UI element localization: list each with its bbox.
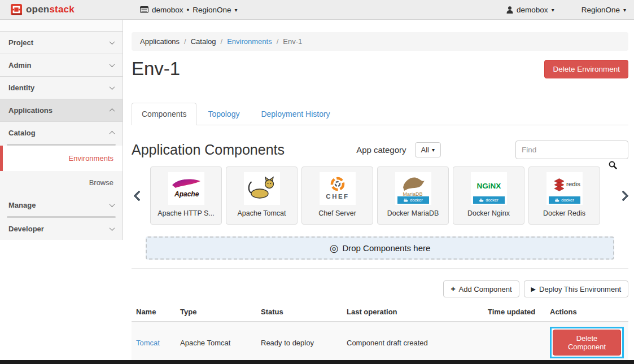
chevron-down-icon [110,62,115,67]
switcher-project-label: demobox [152,6,183,14]
drop-components-zone[interactable]: ◎ Drop Components here [146,236,614,260]
sidebar-item-label: Admin [8,61,31,69]
component-tile-label: Apache Tomcat [238,209,286,217]
caret-down-icon: ▾ [235,7,238,13]
sidebar-item-environments[interactable]: Environments [0,146,123,171]
caret-down-icon: ▾ [432,147,435,153]
table-header-row: Name Type Status Last operation Time upd… [132,302,628,322]
sidebar-item-manage[interactable]: Manage [0,194,123,216]
user-icon [506,6,513,14]
table-row: Tomcat Apache Tomcat Ready to deploy Com… [132,322,628,363]
topbar: openstack demobox • RegionOne ▾ demobox … [0,0,634,20]
component-tile-label: Docker Nginx [467,209,510,217]
docker-whale-icon [479,198,484,202]
chevron-down-icon [110,39,115,45]
carousel-next-button[interactable] [618,190,629,201]
breadcrumb: Applications / Catalog / Environments / … [132,32,628,51]
component-tile-docker-nginx[interactable]: NGiNX docker Docker Nginx [453,166,524,225]
sidebar-item-developer[interactable]: Developer [0,218,123,240]
docker-badge-label: docker [561,198,574,203]
chevron-up-icon [110,108,115,114]
deploy-environment-label: Deploy This Environment [539,285,621,293]
sidebar-item-catalog[interactable]: Catalog [0,122,123,144]
tomcat-logo-icon [244,172,280,205]
app-category-dropdown[interactable]: All ▾ [415,142,441,157]
application-components-heading: Application Components [132,142,285,158]
sidebar-item-project[interactable]: Project [0,32,123,54]
column-header-status: Status [256,302,342,322]
chevron-down-icon [110,84,115,90]
drop-target-icon: ◎ [330,242,339,255]
add-component-button[interactable]: + Add Component [443,280,519,297]
sidebar-item-identity[interactable]: Identity [0,77,123,99]
breadcrumb-separator: / [277,37,279,46]
breadcrumb-applications: Applications [140,37,180,46]
project-context-switcher[interactable]: demobox • RegionOne ▾ [140,6,238,14]
docker-whale-icon [554,198,560,202]
main-content: Applications / Catalog / Environments / … [123,20,634,364]
breadcrumb-current: Env-1 [283,37,302,46]
component-tile-chef-server[interactable]: CHEF Chef Server [301,166,373,225]
sidebar-item-label: Project [8,38,33,47]
sidebar: Project Admin Identity Applications Cata… [0,20,123,240]
component-tile-apache-tomcat[interactable]: Apache Tomcat [226,166,298,225]
delete-component-button[interactable]: Delete Component [553,330,621,356]
component-tile-label: Docker MariaDB [387,209,439,217]
sidebar-item-label: Manage [8,201,36,209]
play-icon: ▶ [531,286,536,293]
component-name-link[interactable]: Tomcat [136,339,160,347]
find-input[interactable] [515,141,628,159]
sidebar-item-browse[interactable]: Browse [0,171,123,194]
column-header-name: Name [132,302,176,322]
focus-highlight: Delete Component [550,327,624,358]
docker-whale-icon [403,198,409,202]
plus-icon: + [451,284,455,293]
svg-text:redis: redis [566,181,580,187]
section-divider [132,268,628,269]
sidebar-item-admin[interactable]: Admin [0,54,123,77]
component-tile-label: Apache HTTP S... [158,209,215,217]
sidebar-top-strip [0,20,123,32]
page-title: Env-1 [132,58,180,80]
component-tile-docker-redis[interactable]: redis docker Docker Redis [528,166,600,225]
column-header-last-operation: Last operation [342,302,483,322]
user-menu-label: demobox [517,6,548,14]
component-tile-docker-mariadb[interactable]: MariaDB docker Docker MariaDB [377,166,449,225]
docker-badge-label: docker [486,198,499,203]
sidebar-item-label: Applications [8,106,53,115]
delete-environment-button[interactable]: Delete Environment [544,60,628,78]
component-status-cell: Ready to deploy [256,322,342,363]
component-tiles: Apache Apache HTTP S... [150,166,612,225]
search-button[interactable] [609,161,617,171]
docker-badge: docker [549,196,580,204]
carousel-prev-button[interactable] [133,190,145,201]
tab-topology[interactable]: Topology [198,103,250,125]
switcher-separator: • [187,6,190,14]
component-tile-apache-httpd[interactable]: Apache Apache HTTP S... [150,166,222,225]
tab-bar: Components Topology Deployment History [132,103,628,125]
nginx-logo-icon: NGiNX docker [471,172,507,205]
components-table: Name Type Status Last operation Time upd… [132,302,628,363]
openstack-logo[interactable]: openstack [0,3,129,16]
sidebar-item-applications[interactable]: Applications [0,99,123,122]
tab-deployment-history[interactable]: Deployment History [251,103,340,125]
user-menu[interactable]: demobox ▾ [506,6,554,14]
deploy-environment-button[interactable]: ▶ Deploy This Environment [524,280,628,297]
tab-components[interactable]: Components [132,103,196,125]
svg-text:NGiNX: NGiNX [476,182,501,190]
bottom-bar [0,360,634,364]
component-type-cell: Apache Tomcat [176,322,256,363]
svg-text:MariaDB: MariaDB [403,191,422,196]
sidebar-item-label: Identity [8,84,34,92]
component-time-updated-cell [483,322,545,363]
redis-logo-icon: redis docker [546,172,583,205]
mariadb-logo-icon: MariaDB docker [395,172,431,205]
breadcrumb-separator: / [221,37,223,46]
breadcrumb-environments-link[interactable]: Environments [227,37,272,46]
components-carousel: Apache Apache HTTP S... [132,166,628,225]
column-header-actions: Actions [545,302,628,322]
region-menu-label: RegionOne [581,6,620,14]
docker-badge: docker [473,196,505,204]
region-menu[interactable]: RegionOne ▾ [581,6,626,14]
breadcrumb-catalog: Catalog [191,37,216,46]
